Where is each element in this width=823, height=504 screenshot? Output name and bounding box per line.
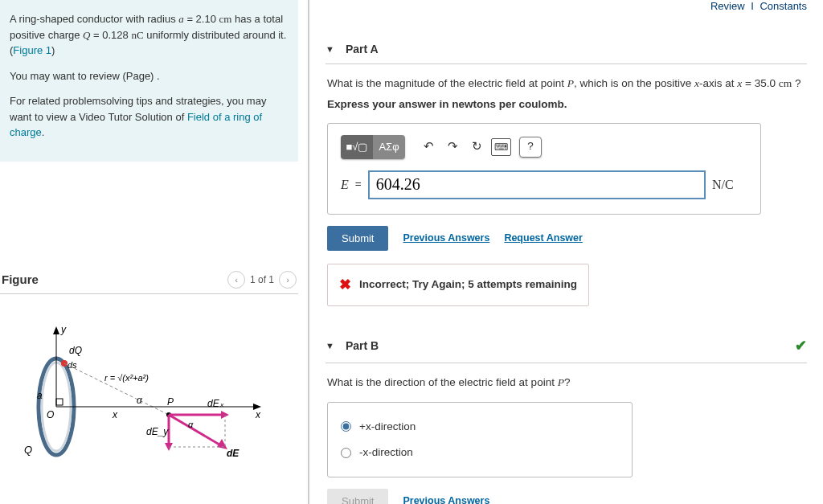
svg-text:dE: dE — [227, 448, 240, 459]
symbols-tool[interactable]: ΑΣφ — [373, 135, 405, 159]
unit-cm: cm — [219, 13, 232, 25]
radio-input[interactable] — [341, 448, 351, 458]
answer-input[interactable] — [368, 170, 706, 199]
unit-cm: cm — [779, 77, 792, 89]
svg-text:α: α — [137, 395, 143, 406]
submit-button[interactable]: Submit — [327, 226, 388, 251]
part-a: ▼ Part A What is the magnitude of the el… — [326, 35, 807, 313]
text: What is the direction of the electric fi… — [327, 376, 558, 388]
keyboard-icon[interactable]: ⌨ — [489, 137, 513, 158]
constants-link[interactable]: Constants — [760, 0, 807, 12]
submit-button: Submit — [327, 489, 388, 504]
figure-image: y dQ ds r = √(x²+a²) x a O x α P dEₓ — [0, 318, 298, 481]
radio-input[interactable] — [341, 421, 351, 432]
radio-option-minus-x[interactable]: -x-direction — [341, 440, 619, 465]
svg-text:y: y — [60, 324, 67, 335]
text: What is the magnitude of the electric fi… — [327, 77, 567, 89]
figure-header: Figure ‹ 1 of 1 › — [0, 266, 298, 294]
text: = 35.0 — [742, 77, 778, 89]
option-label: -x-direction — [359, 445, 413, 461]
unit-label: N/C — [712, 175, 747, 195]
answer-box: ■√▢ ΑΣφ ↶ ↷ ↻ ⌨ ? E = N/C — [327, 123, 761, 215]
incorrect-icon: ✖ — [339, 274, 351, 296]
option-label: +x-direction — [359, 419, 416, 435]
equals: = — [355, 176, 362, 192]
top-links: Review I Constants — [326, 0, 807, 18]
svg-text:dQ: dQ — [69, 345, 82, 356]
var-P: P — [558, 376, 564, 388]
previous-answers-link[interactable]: Previous Answers — [403, 494, 489, 504]
action-row-b: Submit Previous Answers — [327, 489, 805, 504]
feedback-text: Incorrect; Try Again; 5 attempts remaini… — [359, 277, 577, 293]
unit-nC: nC — [131, 29, 143, 41]
radio-option-plus-x[interactable]: +x-direction — [341, 414, 619, 440]
feedback-box: ✖ Incorrect; Try Again; 5 attempts remai… — [327, 264, 589, 306]
svg-text:α: α — [188, 420, 194, 429]
caret-down-icon[interactable]: ▼ — [326, 341, 334, 350]
part-b-title: Part B — [346, 339, 379, 352]
action-row: Submit Previous Answers Request Answer — [327, 226, 805, 251]
svg-text:x: x — [255, 409, 261, 420]
check-icon: ✔ — [795, 337, 807, 354]
text: , which is on the positive — [574, 77, 694, 89]
svg-text:dE_y: dE_y — [146, 426, 169, 437]
part-a-title: Part A — [346, 43, 379, 55]
svg-text:r = √(x²+a²): r = √(x²+a²) — [104, 373, 149, 383]
var-P: P — [567, 77, 574, 89]
input-row: E = N/C — [341, 170, 747, 199]
help-button[interactable]: ? — [519, 137, 542, 158]
part-a-header[interactable]: ▼ Part A — [326, 35, 807, 64]
caret-down-icon[interactable]: ▼ — [326, 44, 334, 54]
svg-text:dEₓ: dEₓ — [207, 398, 224, 409]
svg-text:a: a — [37, 390, 43, 401]
prev-figure-button[interactable]: ‹ — [227, 271, 245, 289]
text: ) — [51, 44, 55, 56]
part-b-header[interactable]: ▼ Part B ✔ — [326, 329, 807, 363]
review-link[interactable]: Review — [710, 0, 745, 12]
text: -axis at — [699, 77, 737, 89]
var-E-label: E — [341, 175, 349, 195]
separator: I — [751, 0, 754, 12]
svg-text:O: O — [47, 409, 54, 420]
figure-counter: 1 of 1 — [250, 274, 274, 285]
toolbar: ■√▢ ΑΣφ ↶ ↷ ↻ ⌨ ? — [341, 135, 747, 159]
problem-info: A ring-shaped conductor with radius a = … — [0, 0, 298, 162]
part-b-body: What is the direction of the electric fi… — [326, 363, 807, 505]
text: = 2.10 — [184, 13, 219, 25]
text: ? — [792, 77, 800, 89]
svg-text:ds: ds — [68, 360, 77, 370]
request-answer-link[interactable]: Request Answer — [504, 231, 582, 246]
figure-nav: ‹ 1 of 1 › — [227, 271, 297, 289]
svg-rect-15 — [56, 399, 63, 405]
svg-text:Q: Q — [24, 444, 32, 456]
review-hint: You may want to review (Page) . — [10, 68, 289, 84]
text: . — [42, 126, 45, 138]
text: A ring-shaped conductor with radius — [10, 13, 178, 25]
svg-marker-3 — [53, 326, 59, 334]
previous-answers-link[interactable]: Previous Answers — [403, 231, 489, 246]
text: = 0.128 — [90, 29, 131, 41]
reset-icon[interactable]: ↻ — [465, 137, 489, 158]
part-b: ▼ Part B ✔ What is the direction of the … — [326, 329, 807, 505]
undo-icon[interactable]: ↶ — [416, 137, 440, 158]
part-a-body: What is the magnitude of the electric fi… — [326, 64, 807, 313]
instruction: Express your answer in newtons per coulo… — [327, 98, 567, 110]
format-tools: ■√▢ ΑΣφ — [341, 135, 405, 159]
right-column: Review I Constants ▼ Part A What is the … — [309, 0, 823, 504]
figure-title: Figure — [2, 272, 39, 286]
svg-text:x: x — [112, 409, 118, 420]
redo-icon[interactable]: ↷ — [440, 137, 465, 158]
template-tool[interactable]: ■√▢ — [341, 135, 373, 159]
svg-line-26 — [169, 415, 223, 447]
radio-box: +x-direction -x-direction — [327, 402, 633, 478]
figure-link[interactable]: Figure 1 — [13, 44, 51, 56]
left-column: A ring-shaped conductor with radius a = … — [0, 0, 309, 504]
svg-text:P: P — [167, 396, 174, 408]
next-figure-button[interactable]: › — [279, 271, 297, 289]
text: ? — [564, 376, 571, 388]
